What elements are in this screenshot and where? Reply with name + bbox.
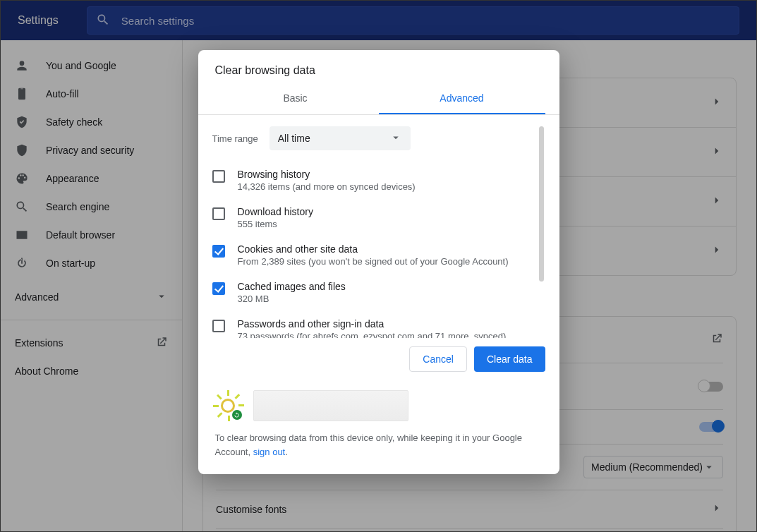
chevron-right-icon xyxy=(710,95,723,111)
search-icon xyxy=(15,200,29,214)
palette-icon xyxy=(15,171,29,186)
option-subtitle: 320 MB xyxy=(238,294,346,304)
sidebar-item-privacy[interactable]: Privacy and security xyxy=(1,136,174,164)
open-in-new-icon xyxy=(155,336,168,351)
sidebar-advanced-toggle[interactable]: Advanced xyxy=(1,283,182,311)
browser-icon xyxy=(15,228,29,242)
checkbox[interactable] xyxy=(212,207,225,220)
chevron-down-icon xyxy=(155,290,168,305)
page-title: Settings xyxy=(18,14,59,27)
sidebar-item-label: Auto-fill xyxy=(46,88,79,99)
toggle-show-home[interactable] xyxy=(699,382,723,392)
option-row[interactable]: Download history555 items xyxy=(212,199,545,236)
chevron-down-icon xyxy=(389,131,402,146)
checkbox[interactable] xyxy=(212,282,225,295)
option-title: Download history xyxy=(238,206,313,217)
option-title: Cached images and files xyxy=(238,281,346,292)
sidebar-item-label: You and Google xyxy=(46,60,116,71)
option-subtitle: 555 items xyxy=(238,219,313,229)
power-icon xyxy=(15,256,29,270)
toggle-show-bookmarks[interactable] xyxy=(699,422,723,432)
sidebar-item-search-engine[interactable]: Search engine xyxy=(1,193,174,221)
row-customise-fonts[interactable]: Customise fonts xyxy=(216,490,723,529)
sidebar-item-label: Default browser xyxy=(46,229,115,241)
option-subtitle: 73 passwords (for ahrefs.com, ezyspot.co… xyxy=(238,331,507,338)
checkbox[interactable] xyxy=(212,170,225,183)
option-row[interactable]: Cookies and other site dataFrom 2,389 si… xyxy=(212,236,545,274)
person-icon xyxy=(15,59,29,73)
option-subtitle: 14,326 items (and more on synced devices… xyxy=(238,181,416,192)
chevron-right-icon xyxy=(710,502,723,517)
shield-check-icon xyxy=(15,115,29,129)
option-row[interactable]: Passwords and other sign-in data73 passw… xyxy=(212,311,545,338)
sidebar-item-label: Privacy and security xyxy=(46,145,134,156)
sidebar-item-on-startup[interactable]: On start-up xyxy=(1,249,174,277)
chevron-right-icon xyxy=(710,243,723,259)
sign-out-link[interactable]: sign out xyxy=(253,447,286,457)
dialog-footer-note: To clear browsing data from this device … xyxy=(198,421,559,474)
chevron-right-icon xyxy=(710,194,723,210)
dialog-title: Clear browsing data xyxy=(198,50,559,84)
sidebar-item-label: Safety check xyxy=(46,116,102,128)
select-font-size[interactable]: Medium (Recommended) xyxy=(583,456,723,478)
option-title: Cookies and other site data xyxy=(238,243,509,255)
clipboard-icon xyxy=(15,87,29,101)
sidebar-item-autofill[interactable]: Auto-fill xyxy=(1,80,174,108)
select-time-range[interactable]: All time xyxy=(270,126,411,150)
sidebar-item-label: Advanced xyxy=(15,291,59,303)
checkbox[interactable] xyxy=(212,320,225,332)
sidebar-item-extensions[interactable]: Extensions xyxy=(1,329,182,357)
sidebar-item-label: On start-up xyxy=(46,258,95,269)
option-title: Browsing history xyxy=(238,169,416,180)
header: Settings Search settings xyxy=(1,1,756,40)
tab-advanced[interactable]: Advanced xyxy=(379,84,545,114)
promo-banner xyxy=(198,385,559,421)
sidebar: You and Google Auto-fill Safety check Pr… xyxy=(1,40,183,531)
search-placeholder: Search settings xyxy=(121,15,194,27)
sidebar-item-default-browser[interactable]: Default browser xyxy=(1,221,174,249)
cancel-button[interactable]: Cancel xyxy=(409,346,467,372)
sidebar-item-about-chrome[interactable]: About Chrome xyxy=(1,357,182,385)
option-subtitle: From 2,389 sites (you won't be signed ou… xyxy=(238,256,509,267)
promo-placeholder xyxy=(253,390,408,421)
option-row[interactable]: Browsing history14,326 items (and more o… xyxy=(212,162,545,199)
search-icon xyxy=(96,13,121,29)
chevron-right-icon xyxy=(710,145,723,160)
clear-browsing-data-dialog: Clear browsing data Basic Advanced Time … xyxy=(198,50,559,474)
shield-icon xyxy=(15,143,29,157)
sidebar-item-label: Search engine xyxy=(46,201,109,212)
sun-icon xyxy=(212,390,243,421)
tab-basic[interactable]: Basic xyxy=(212,84,379,114)
scrollbar[interactable] xyxy=(539,126,544,282)
dialog-tabs: Basic Advanced xyxy=(198,84,559,115)
open-in-new-icon xyxy=(710,332,723,348)
sync-badge-icon xyxy=(232,410,242,420)
search-input[interactable]: Search settings xyxy=(87,6,739,35)
sidebar-item-you-and-google[interactable]: You and Google xyxy=(1,52,174,80)
sidebar-item-appearance[interactable]: Appearance xyxy=(1,164,174,193)
sidebar-item-label: About Chrome xyxy=(15,365,78,377)
sidebar-item-label: Appearance xyxy=(46,173,99,184)
divider xyxy=(1,320,182,320)
option-row[interactable]: Cached images and files320 MB xyxy=(212,274,545,311)
clear-data-button[interactable]: Clear data xyxy=(474,346,545,372)
row-page-zoom: Page zoom 100% xyxy=(216,529,723,531)
time-range-label: Time range xyxy=(212,133,258,144)
sidebar-item-safety-check[interactable]: Safety check xyxy=(1,108,174,136)
checkbox[interactable] xyxy=(212,245,225,258)
sidebar-item-label: Extensions xyxy=(15,337,63,349)
option-title: Passwords and other sign-in data xyxy=(238,318,507,330)
